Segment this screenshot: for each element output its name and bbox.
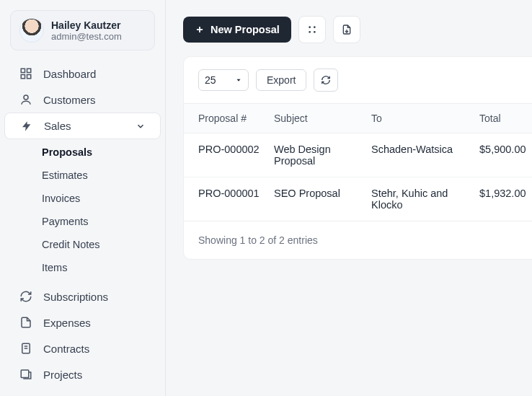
plus-icon — [195, 25, 205, 35]
refresh-icon — [321, 75, 331, 85]
user-email: admin@test.com — [51, 31, 122, 42]
cell-total: $1,932.00 — [472, 177, 532, 221]
user-name: Hailey Kautzer — [51, 19, 122, 31]
sidebar-item-label: Contracts — [43, 343, 89, 355]
svg-rect-8 — [21, 370, 29, 378]
new-proposal-button[interactable]: New Proposal — [183, 17, 291, 43]
cell-subject: Web Design Proposal — [267, 133, 364, 177]
file-export-icon — [341, 24, 353, 35]
sidebar-item-label: Expenses — [43, 317, 91, 329]
cell-proposal: PRO-000001 — [184, 177, 267, 221]
sidebar: Hailey Kautzer admin@test.com Dashboard … — [0, 0, 166, 396]
chevron-down-icon — [235, 76, 242, 84]
svg-point-13 — [309, 31, 311, 33]
svg-point-11 — [309, 26, 311, 28]
sidebar-item-label: Subscriptions — [43, 291, 108, 303]
cell-to: Schaden-Watsica — [364, 133, 472, 177]
column-header-proposal[interactable]: Proposal # — [184, 104, 267, 133]
file-icon — [19, 316, 33, 329]
bolt-icon — [19, 120, 34, 132]
sidebar-item-subscriptions[interactable]: Subscriptions — [4, 283, 161, 309]
sidebar-subitem-payments[interactable]: Payments — [0, 210, 165, 233]
cell-total: $5,900.00 — [472, 133, 532, 177]
svg-rect-0 — [21, 69, 25, 72]
nav: Dashboard Customers Sales Proposals Esti… — [0, 61, 165, 387]
user-icon — [19, 93, 33, 106]
svg-point-4 — [24, 95, 28, 100]
cell-subject: SEO Proposal — [267, 177, 364, 221]
grid-view-button[interactable] — [298, 16, 326, 43]
table-row[interactable]: PRO-000002 Web Design Proposal Schaden-W… — [184, 133, 532, 177]
column-header-subject[interactable]: Subject — [267, 104, 364, 133]
select-value: 25 — [205, 74, 216, 86]
sidebar-item-sales[interactable]: Sales — [4, 113, 161, 139]
user-card[interactable]: Hailey Kautzer admin@test.com — [10, 10, 155, 50]
sidebar-item-label: Sales — [44, 120, 71, 132]
svg-rect-1 — [27, 69, 31, 72]
dashboard-icon — [19, 67, 33, 80]
sidebar-item-dashboard[interactable]: Dashboard — [4, 61, 161, 87]
main: New Proposal 25 Export — [166, 0, 532, 396]
svg-point-12 — [314, 26, 316, 28]
avatar — [19, 18, 44, 43]
sidebar-subitem-estimates[interactable]: Estimates — [0, 164, 165, 187]
sidebar-item-label: Customers — [43, 94, 96, 106]
sidebar-subitem-items[interactable]: Items — [0, 256, 165, 279]
panel-controls: 25 Export — [184, 57, 532, 103]
sidebar-item-customers[interactable]: Customers — [4, 87, 161, 113]
chevron-down-icon — [136, 121, 146, 131]
document-icon — [19, 342, 33, 355]
proposals-table: Proposal # Subject To Total PRO-000002 W… — [184, 103, 532, 221]
sidebar-item-label: Projects — [43, 369, 82, 381]
toolbar: New Proposal — [183, 16, 532, 43]
sidebar-subitem-invoices[interactable]: Invoices — [0, 187, 165, 210]
sidebar-subitem-credit-notes[interactable]: Credit Notes — [0, 233, 165, 256]
page-size-select[interactable]: 25 — [198, 69, 249, 91]
table-row[interactable]: PRO-000001 SEO Proposal Stehr, Kuhic and… — [184, 177, 532, 221]
sidebar-subitem-proposals[interactable]: Proposals — [0, 141, 165, 164]
refresh-icon — [19, 290, 33, 303]
cell-proposal: PRO-000002 — [184, 133, 267, 177]
cell-to: Stehr, Kuhic and Klocko — [364, 177, 472, 221]
export-button[interactable]: Export — [256, 69, 306, 91]
svg-rect-3 — [27, 75, 31, 79]
sales-submenu: Proposals Estimates Invoices Payments Cr… — [0, 139, 165, 283]
column-header-total[interactable]: Total — [472, 104, 532, 133]
button-label: Export — [267, 74, 296, 86]
column-header-to[interactable]: To — [364, 104, 472, 133]
export-file-button[interactable] — [333, 16, 360, 43]
svg-marker-15 — [237, 79, 241, 82]
button-label: New Proposal — [210, 24, 280, 35]
sidebar-item-contracts[interactable]: Contracts — [4, 335, 161, 361]
projects-icon — [19, 368, 33, 381]
sidebar-item-projects[interactable]: Projects — [4, 361, 161, 387]
sidebar-item-label: Dashboard — [43, 68, 96, 80]
table-footer: Showing 1 to 2 of 2 entries — [184, 221, 532, 259]
proposals-panel: 25 Export Proposal # Subject To — [183, 56, 532, 260]
sidebar-item-expenses[interactable]: Expenses — [4, 309, 161, 335]
svg-point-14 — [314, 31, 316, 33]
refresh-button[interactable] — [314, 69, 338, 92]
grid-icon — [306, 24, 318, 35]
svg-rect-2 — [21, 75, 25, 79]
